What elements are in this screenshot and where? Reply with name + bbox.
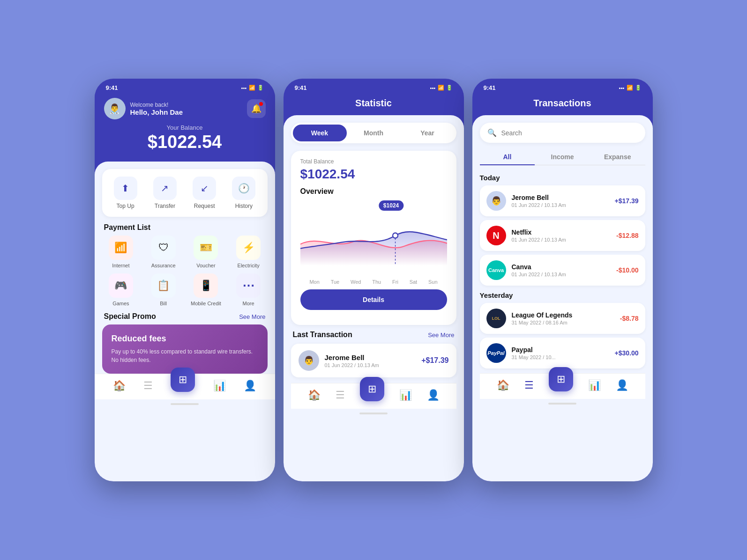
see-more-promo[interactable]: See More bbox=[239, 313, 265, 320]
notification-dot bbox=[259, 102, 263, 106]
last-tx-name: Jerome Bell bbox=[325, 354, 416, 361]
payment-voucher[interactable]: 🎫 Voucher bbox=[187, 236, 225, 269]
netflix-name: Netflix bbox=[512, 228, 611, 236]
time-tab-row: Week Month Year bbox=[291, 123, 456, 143]
lol-logo: LOL bbox=[486, 309, 506, 328]
user-row: 👨‍⚕️ Welcome back! Hello, John Dae 🔔 bbox=[104, 98, 266, 119]
jerome-bell-name: Jerome Bell bbox=[512, 194, 609, 201]
last-tx-item: 👨 Jerome Bell 01 Jun 2022 / 10.13 Am +$1… bbox=[291, 344, 456, 377]
payment-more[interactable]: ⋯ More bbox=[230, 273, 268, 307]
nav-fab-2[interactable]: ⊞ bbox=[360, 377, 384, 401]
signal-icon: ▪▪▪ bbox=[241, 85, 247, 91]
action-history[interactable]: 🕐 History bbox=[232, 177, 255, 209]
mobile-icon: 📱 bbox=[194, 273, 218, 298]
canva-amount: -$10.00 bbox=[616, 266, 638, 274]
action-transfer[interactable]: ↗ Transfer bbox=[153, 177, 177, 209]
netflix-info: Netflix 01 Jun 2022 / 10.13 Am bbox=[512, 228, 611, 243]
nav-list-1[interactable]: ☰ bbox=[143, 380, 153, 392]
voucher-icon: 🎫 bbox=[194, 236, 218, 260]
nav-chart-2[interactable]: 📊 bbox=[399, 389, 412, 401]
notification-bell-button[interactable]: 🔔 bbox=[247, 99, 266, 118]
day-sun: Sun bbox=[428, 279, 438, 285]
netflix-amount: -$12.88 bbox=[616, 232, 638, 239]
action-topup[interactable]: ⬆ Top Up bbox=[114, 177, 137, 209]
nav-profile-2[interactable]: 👤 bbox=[427, 389, 440, 401]
lol-amount: -$8.78 bbox=[620, 315, 639, 322]
last-tx-see-more[interactable]: See More bbox=[428, 332, 454, 339]
tab-year[interactable]: Year bbox=[401, 125, 455, 141]
last-tx-avatar: 👨 bbox=[299, 350, 319, 371]
more-icon: ⋯ bbox=[236, 273, 261, 298]
phone2-body: Week Month Year Total Balance $1022.54 O… bbox=[284, 115, 464, 481]
phone1-body: ⬆ Top Up ↗ Transfer ↙ Request 🕐 History … bbox=[95, 162, 275, 481]
tx-jerome-bell: 👨 Jerome Bell 01 Jun 2022 / 10.13 Am +$1… bbox=[480, 185, 645, 216]
balance-section: Your Balance $1022.54 bbox=[104, 119, 266, 154]
nav-fab-3[interactable]: ⊞ bbox=[549, 367, 573, 391]
wifi-icon-3: 📶 bbox=[627, 85, 633, 91]
nav-profile-1[interactable]: 👤 bbox=[244, 380, 256, 392]
time-1: 9:41 bbox=[106, 84, 118, 91]
day-sat: Sat bbox=[410, 279, 418, 285]
battery-icon: 🔋 bbox=[257, 85, 264, 91]
statistic-title: Statistic bbox=[284, 94, 464, 115]
time-3: 9:41 bbox=[484, 84, 496, 91]
filter-all[interactable]: All bbox=[480, 149, 535, 165]
netflix-date: 01 Jun 2022 / 10.13 Am bbox=[512, 237, 611, 243]
payment-mobile[interactable]: 📱 Mobile Credit bbox=[187, 273, 225, 307]
nav-home-2[interactable]: 🏠 bbox=[308, 389, 321, 401]
scroll-indicator-1 bbox=[171, 403, 199, 405]
lol-date: 31 May 2022 / 08.16 Am bbox=[512, 320, 614, 325]
user-info: 👨‍⚕️ Welcome back! Hello, John Dae bbox=[104, 98, 183, 119]
payment-bill[interactable]: 📋 Bill bbox=[144, 273, 182, 307]
status-icons-2: ▪▪▪ 📶 🔋 bbox=[430, 85, 453, 91]
topup-label: Top Up bbox=[117, 203, 134, 209]
avatar: 👨‍⚕️ bbox=[104, 98, 126, 119]
jerome-bell-amount: +$17.39 bbox=[615, 197, 639, 205]
promo-desc: Pay up to 40% less compared to standard … bbox=[112, 347, 258, 364]
total-balance-label: Total Balance bbox=[300, 158, 447, 165]
nav-chart-1[interactable]: 📊 bbox=[213, 380, 226, 392]
search-input[interactable] bbox=[501, 129, 638, 137]
action-request[interactable]: ↙ Request bbox=[193, 177, 216, 209]
last-tx-amount: +$17.39 bbox=[421, 356, 448, 365]
nav-home-3[interactable]: 🏠 bbox=[497, 379, 509, 391]
payment-assurance[interactable]: 🛡 Assurance bbox=[144, 236, 182, 269]
transfer-label: Transfer bbox=[155, 203, 175, 209]
chart-container: $1024 bbox=[300, 200, 447, 275]
tx-paypal: PayPal Paypal 31 May 2022 / 10... +$30.0… bbox=[480, 338, 645, 368]
payment-games[interactable]: 🎮 Games bbox=[102, 273, 140, 307]
nav-fab-1[interactable]: ⊞ bbox=[171, 368, 195, 392]
jerome-bell-date: 01 Jun 2022 / 10.13 Am bbox=[512, 202, 609, 208]
mobile-label: Mobile Credit bbox=[191, 301, 221, 307]
tab-week[interactable]: Week bbox=[293, 125, 347, 141]
tab-month[interactable]: Month bbox=[347, 125, 401, 141]
status-icons-1: ▪▪▪ 📶 🔋 bbox=[241, 85, 264, 91]
payment-internet[interactable]: 📶 Internet bbox=[102, 236, 140, 269]
nav-profile-3[interactable]: 👤 bbox=[616, 379, 628, 391]
games-label: Games bbox=[112, 301, 129, 307]
phone1-header: 👨‍⚕️ Welcome back! Hello, John Dae 🔔 You… bbox=[95, 94, 275, 162]
promo-header: Special Promo See More bbox=[102, 307, 268, 324]
payment-list-title: Payment List bbox=[95, 217, 275, 236]
day-mon: Mon bbox=[309, 279, 319, 285]
payment-electricity[interactable]: ⚡ Electricity bbox=[230, 236, 268, 269]
nav-list-3[interactable]: ☰ bbox=[524, 379, 534, 391]
canva-date: 01 Jun 2022 / 10.13 Am bbox=[512, 272, 611, 277]
tx-netflix: N Netflix 01 Jun 2022 / 10.13 Am -$12.88 bbox=[480, 220, 645, 251]
bill-label: Bill bbox=[160, 301, 167, 307]
search-bar[interactable]: 🔍 bbox=[480, 123, 645, 143]
nav-home-1[interactable]: 🏠 bbox=[113, 380, 126, 392]
netflix-logo: N bbox=[486, 226, 506, 245]
promo-section: Special Promo See More Reduced fees Pay … bbox=[95, 307, 275, 374]
history-icon: 🕐 bbox=[232, 177, 255, 200]
filter-expanse[interactable]: Expanse bbox=[590, 149, 645, 165]
lol-name: League Of Legends bbox=[512, 311, 614, 319]
nav-chart-3[interactable]: 📊 bbox=[588, 379, 601, 391]
details-button[interactable]: Details bbox=[300, 289, 447, 310]
chart-tooltip: $1024 bbox=[379, 200, 403, 211]
canva-name: Canva bbox=[512, 263, 611, 271]
day-fri: Fri bbox=[392, 279, 398, 285]
signal-icon-3: ▪▪▪ bbox=[619, 85, 625, 91]
nav-list-2[interactable]: ☰ bbox=[336, 389, 345, 401]
filter-income[interactable]: Income bbox=[535, 149, 590, 165]
